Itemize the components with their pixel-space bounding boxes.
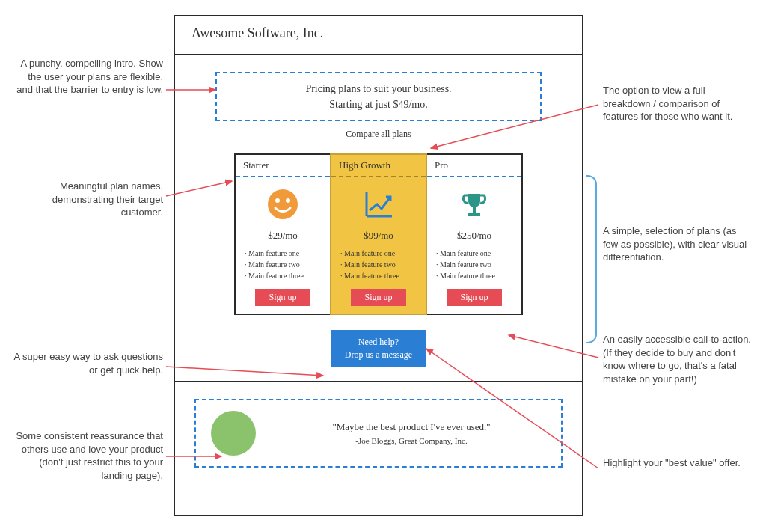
feature-item: · Main feature three — [436, 270, 512, 281]
intro-subline: Starting at just $49/mo. — [232, 97, 525, 112]
signup-button[interactable]: Sign up — [351, 289, 405, 306]
plan-features: · Main feature one · Main feature two · … — [427, 248, 521, 289]
plan-price: $29/mo — [268, 230, 298, 242]
signup-button[interactable]: Sign up — [255, 289, 310, 306]
plan-pro: Pro $250/mo · Main feature one · Main fe… — [426, 153, 523, 315]
plan-price: $250/mo — [457, 230, 491, 242]
smiley-icon — [266, 188, 299, 224]
quote-attribution: -Joe Bloggs, Great Company, Inc. — [277, 436, 546, 445]
svg-point-1 — [275, 198, 280, 203]
company-name: Awesome Software, Inc. — [192, 25, 323, 40]
compare-plans-link[interactable]: Compare all plans — [346, 129, 411, 140]
plan-features: · Main feature one · Main feature two · … — [331, 248, 426, 289]
feature-item: · Main feature two — [340, 259, 417, 270]
annotation-compare: The option to view a full breakdown / co… — [603, 84, 753, 123]
plans-row: Starter $29/mo · Main feature one · Main… — [235, 153, 522, 315]
feature-item: · Main feature two — [245, 259, 321, 270]
testimonial-box: "Maybe the best product I've ever used."… — [194, 399, 563, 468]
company-header: Awesome Software, Inc. — [175, 16, 582, 55]
svg-point-2 — [286, 198, 290, 203]
wireframe-footer: "Maybe the best product I've ever used."… — [175, 382, 582, 484]
feature-item: · Main feature one — [245, 248, 321, 259]
plans-bracket — [586, 175, 597, 343]
annotation-testimonial: Some consistent reassurance that others … — [13, 429, 163, 482]
growth-chart-icon — [362, 188, 395, 224]
intro-headline: Pricing plans to suit your business. — [232, 81, 525, 97]
svg-point-0 — [268, 189, 298, 219]
avatar — [211, 411, 256, 456]
svg-rect-3 — [473, 207, 476, 213]
trophy-icon — [458, 188, 491, 224]
help-title: Need help? — [345, 336, 412, 349]
signup-button[interactable]: Sign up — [447, 289, 501, 306]
testimonial-text: "Maybe the best product I've ever used."… — [277, 421, 546, 445]
intro-box: Pricing plans to suit your business. Sta… — [215, 72, 542, 121]
plan-starter: Starter $29/mo · Main feature one · Main… — [234, 153, 331, 315]
plan-high-growth: High Growth $99/mo · Main feature one · … — [330, 153, 427, 315]
annotation-plans: A simple, selection of plans (as few as … — [603, 224, 753, 264]
plan-name: Starter — [236, 155, 330, 177]
feature-item: · Main feature two — [436, 259, 512, 270]
svg-rect-4 — [468, 213, 480, 216]
quote: "Maybe the best product I've ever used." — [277, 421, 546, 433]
plan-name: Pro — [427, 155, 521, 177]
wireframe-container: Awesome Software, Inc. Pricing plans to … — [174, 15, 583, 516]
help-box[interactable]: Need help? Drop us a message — [331, 330, 426, 367]
feature-item: · Main feature three — [245, 270, 321, 281]
feature-item: · Main feature one — [436, 248, 512, 259]
annotation-help: A super easy way to ask questions or get… — [13, 350, 163, 376]
annotation-plan-names: Meaningful plan names, demonstrating the… — [13, 180, 163, 219]
help-sub: Drop us a message — [345, 349, 412, 361]
plan-name: High Growth — [331, 155, 426, 177]
wireframe-body: Pricing plans to suit your business. Sta… — [175, 55, 582, 382]
plan-features: · Main feature one · Main feature two · … — [236, 248, 330, 289]
annotation-intro: A punchy, compelling intro. Show the use… — [13, 57, 163, 97]
annotation-cta: An easily accessible call-to-action. (If… — [603, 333, 753, 385]
feature-item: · Main feature one — [340, 248, 417, 259]
annotation-highlight: Highlight your "best value" offer. — [603, 456, 753, 470]
plan-price: $99/mo — [364, 230, 393, 242]
feature-item: · Main feature three — [340, 270, 417, 281]
